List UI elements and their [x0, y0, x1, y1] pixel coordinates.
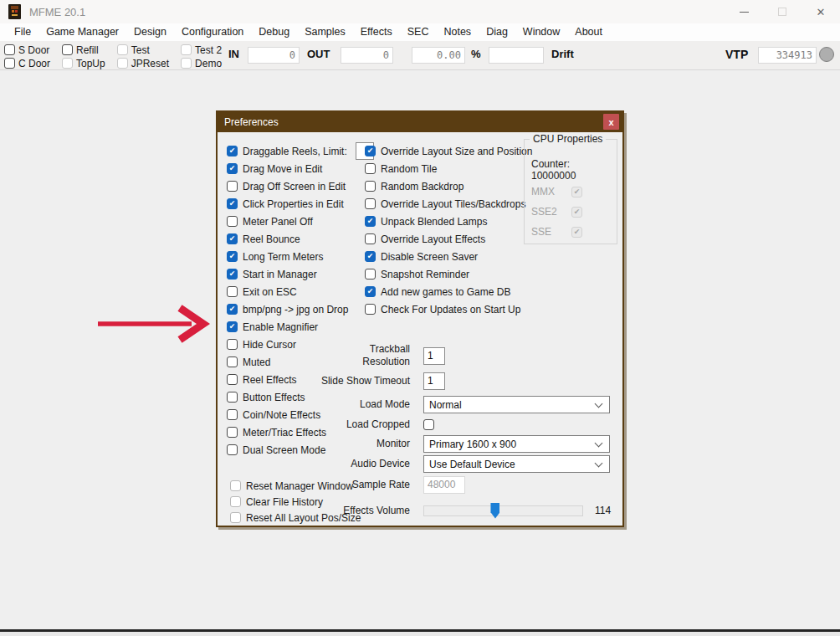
checkbox-label: Demo	[195, 58, 222, 69]
percent-field[interactable]: 0.00	[412, 47, 465, 64]
minimize-icon	[740, 12, 749, 13]
checkbox-snapshot-reminder[interactable]: Snapshot Reminder	[365, 265, 532, 283]
checkbox-unpack-blended-lamps[interactable]: ✔Unpack Blended Lamps	[365, 213, 532, 230]
menu-design[interactable]: Design	[126, 23, 174, 41]
audio-device-select[interactable]: Use Default Device	[423, 455, 610, 473]
load-cropped-checkbox[interactable]	[423, 419, 434, 430]
checkbox-disable-screen-saver[interactable]: ✔Disable Screen Saver	[365, 248, 532, 265]
checkbox-topup[interactable]: TopUp	[62, 57, 105, 69]
monitor-label: Monitor	[268, 438, 410, 450]
checkbox-meter-panel-off[interactable]: Meter Panel Off	[227, 213, 374, 230]
dialog-close-button[interactable]: x	[603, 114, 619, 130]
annotation-arrow-icon	[88, 301, 213, 347]
checkbox-label: Add new games to Game DB	[381, 286, 510, 298]
in-field[interactable]: 0	[248, 47, 300, 64]
checkbox-draggable-reels-limit[interactable]: ✔Draggable Reels, Limit:	[227, 142, 374, 160]
effects-volume-thumb[interactable]	[490, 503, 499, 519]
menu-debug[interactable]: Debug	[251, 23, 297, 41]
app-icon	[8, 4, 21, 19]
vtp-label: VTP	[725, 48, 748, 61]
checkbox-box	[227, 286, 238, 297]
menu-notes[interactable]: Notes	[436, 23, 479, 41]
checkbox-label: Check For Updates on Start Up	[381, 304, 520, 315]
trackball-resolution-label: Trackball Resolution	[351, 343, 410, 368]
cpu-properties-groupbox: CPU Properties Counter: 10000000 ✔MMX✔SS…	[524, 139, 617, 244]
checkbox-box: ✔	[365, 286, 376, 297]
trackball-resolution-input[interactable]: 1	[423, 347, 445, 365]
checkbox-box: ✔	[571, 227, 582, 238]
checkbox-box	[4, 44, 15, 55]
checkbox-box	[227, 356, 238, 367]
checkbox-label: Snapshot Reminder	[381, 269, 469, 280]
checkbox-label: Enable Magnifier	[243, 321, 318, 333]
checkbox-check-for-updates-on-start-up[interactable]: Check For Updates on Start Up	[365, 300, 532, 318]
checkbox-sse[interactable]: ✔SSE	[531, 222, 582, 242]
sample-rate-label: Sample Rate	[268, 479, 410, 491]
checkbox-label: Override Layout Effects	[381, 233, 485, 245]
checkbox-box	[227, 216, 238, 227]
checkbox-jpreset[interactable]: JPReset	[117, 57, 169, 69]
maximize-button[interactable]	[763, 0, 802, 23]
checkbox-random-tile[interactable]: Random Tile	[365, 160, 532, 177]
checkbox-override-layout-effects[interactable]: Override Layout Effects	[365, 230, 532, 248]
menu-sec[interactable]: SEC	[400, 23, 437, 41]
checkbox-override-layout-size-and-position[interactable]: ✔Override Layout Size and Position	[365, 142, 532, 160]
checkbox-drag-off-screen-in-edit[interactable]: Drag Off Screen in Edit	[227, 177, 374, 195]
checkbox-enable-magnifier[interactable]: ✔Enable Magnifier	[227, 318, 374, 336]
minimize-button[interactable]	[725, 0, 763, 23]
monitor-value: Primary 1600 x 900	[429, 439, 516, 450]
menu-bar: FileGame ManagerDesignConfigurationDebug…	[0, 23, 840, 41]
out-field[interactable]: 0	[341, 47, 393, 64]
checkbox-drag-move-in-edit[interactable]: ✔Drag Move in Edit	[227, 160, 374, 177]
checkbox-click-properties-in-edit[interactable]: ✔Click Properties in Edit	[227, 195, 374, 213]
checkbox-start-in-manager[interactable]: ✔Start in Manager	[227, 265, 374, 283]
menu-about[interactable]: About	[567, 23, 610, 41]
checkbox-test[interactable]: Test	[117, 44, 169, 56]
checkbox-test-2[interactable]: Test 2	[181, 44, 222, 56]
sample-rate-row: Sample Rate 48000	[268, 475, 465, 494]
vtp-field[interactable]: 334913	[758, 47, 817, 64]
checkbox-override-layout-tiles-backdrops[interactable]: Override Layout Tiles/Backdrops	[365, 195, 532, 213]
checkbox-bmp-png-jpg-on-drop[interactable]: ✔bmp/png -> jpg on Drop	[227, 300, 374, 318]
checkbox-c-door[interactable]: C Door	[4, 57, 50, 69]
audio-device-row: Audio Device Use Default Device	[268, 454, 610, 473]
checkbox-add-new-games-to-game-db[interactable]: ✔Add new games to Game DB	[365, 283, 532, 300]
checkbox-box	[365, 269, 376, 280]
effects-volume-slider[interactable]	[423, 505, 583, 516]
checkbox-random-backdrop[interactable]: Random Backdrop	[365, 177, 532, 195]
checkbox-label: JPReset	[131, 58, 169, 69]
menu-effects[interactable]: Effects	[353, 23, 400, 41]
menu-configuration[interactable]: Configuration	[174, 23, 251, 41]
checkbox-box	[365, 198, 376, 209]
checkbox-label: SSE	[531, 226, 571, 238]
menu-diag[interactable]: Diag	[479, 23, 515, 41]
out-label: OUT	[307, 48, 330, 60]
menu-file[interactable]: File	[7, 23, 38, 41]
menu-window[interactable]: Window	[515, 23, 567, 41]
checkbox-mmx[interactable]: ✔MMX	[531, 182, 582, 202]
checkbox-box	[227, 409, 238, 420]
percent-label: %	[471, 48, 481, 60]
checkbox-box: ✔	[227, 163, 238, 174]
checkbox-long-term-meters[interactable]: ✔Long Term Meters	[227, 248, 374, 265]
checkbox-exit-on-esc[interactable]: Exit on ESC	[227, 283, 374, 300]
checkbox-reel-bounce[interactable]: ✔Reel Bounce	[227, 230, 374, 248]
checkbox-label: C Door	[18, 58, 50, 69]
checkbox-sse2[interactable]: ✔SSE2	[531, 202, 582, 222]
sample-rate-input[interactable]: 48000	[423, 476, 465, 494]
checkbox-box: ✔	[227, 233, 238, 244]
slide-show-timeout-input[interactable]: 1	[423, 372, 445, 390]
menu-samples[interactable]: Samples	[297, 23, 353, 41]
checkbox-label: MMX	[531, 186, 571, 197]
drift-field[interactable]	[489, 47, 544, 64]
close-icon: ✕	[817, 7, 826, 18]
monitor-select[interactable]: Primary 1600 x 900	[423, 435, 610, 453]
checkbox-s-door[interactable]: S Door	[4, 44, 50, 56]
checkbox-box	[181, 44, 192, 55]
load-mode-select[interactable]: Normal	[423, 396, 610, 413]
menu-game-manager[interactable]: Game Manager	[38, 23, 126, 41]
close-button[interactable]: ✕	[802, 0, 840, 23]
checkbox-refill[interactable]: Refill	[62, 44, 105, 56]
checkbox-demo[interactable]: Demo	[181, 57, 222, 69]
effects-volume-row: Effects Volume 114	[268, 501, 611, 520]
